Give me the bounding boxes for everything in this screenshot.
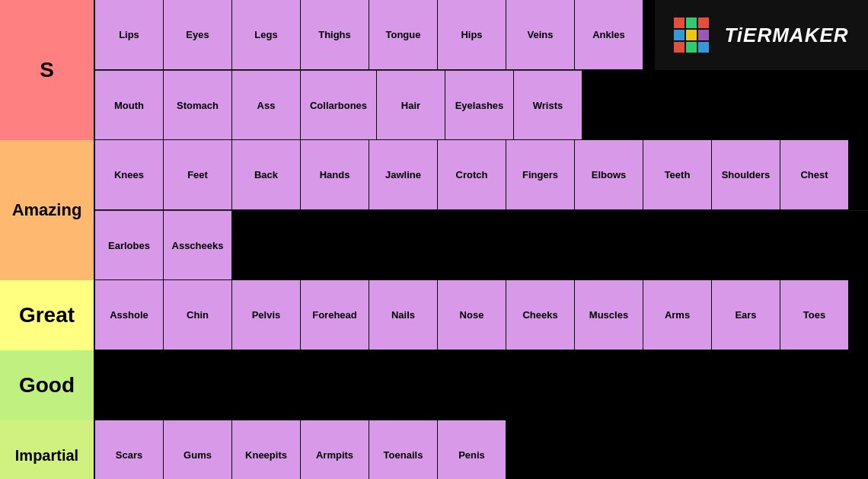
- cell-ankles: Ankles: [575, 0, 643, 70]
- cell-crotch: Crotch: [438, 140, 506, 210]
- logo-pixel-4: [674, 30, 685, 40]
- cell-asshole: Asshole: [95, 280, 164, 350]
- tier-label-great: Great: [0, 280, 95, 350]
- cell-feet: Feet: [164, 140, 232, 210]
- cell-ass: Ass: [232, 70, 301, 140]
- cell-fingers: Fingers: [506, 140, 575, 210]
- tier-label-amazing: Amazing: [0, 140, 95, 280]
- cell-hips: Hips: [438, 0, 506, 70]
- cell-nails: Nails: [369, 280, 438, 350]
- amazing-row2-fill: [232, 210, 868, 280]
- cell-collarbones: Collarbones: [301, 70, 377, 140]
- cell-penis: Penis: [438, 420, 506, 479]
- cell-mouth: Mouth: [95, 70, 164, 140]
- logo-pixel-6: [698, 30, 709, 40]
- cell-gums: Gums: [164, 420, 232, 479]
- tier-amazing-items: Knees Feet Back Hands Jawline Crotch Fin…: [95, 140, 868, 279]
- cell-veins: Veins: [506, 0, 575, 70]
- logo-pixel-3: [698, 18, 709, 28]
- logo-grid: [674, 18, 709, 53]
- logo-pixel-2: [686, 18, 697, 28]
- cell-eyelashes: Eyelashes: [445, 70, 514, 140]
- logo-pixel-7: [674, 42, 685, 53]
- cell-tongue: Tongue: [369, 0, 438, 70]
- cell-lips: Lips: [95, 0, 164, 70]
- cell-knees: Knees: [95, 140, 164, 210]
- cell-chin: Chin: [164, 280, 232, 350]
- cell-muscles: Muscles: [575, 280, 643, 350]
- cell-armpits: Armpits: [301, 420, 369, 479]
- cell-teeth: Teeth: [643, 140, 712, 210]
- tier-great-items: Asshole Chin Pelvis Forehead Nails Nose …: [95, 280, 868, 349]
- cell-nose: Nose: [438, 280, 506, 350]
- cell-chest: Chest: [780, 140, 849, 210]
- cell-legs: Legs: [232, 0, 301, 70]
- impartial-fill: [506, 420, 868, 479]
- cell-scars: Scars: [95, 420, 164, 479]
- cell-toes: Toes: [780, 280, 849, 350]
- cell-thighs: Thighs: [301, 0, 369, 70]
- cell-hands: Hands: [301, 140, 369, 210]
- cell-kneepits: Kneepits: [232, 420, 301, 479]
- tier-label-good: Good: [0, 350, 95, 420]
- cell-forehead: Forehead: [301, 280, 369, 350]
- cell-asscheeks: Asscheeks: [164, 210, 232, 280]
- good-empty: [95, 350, 868, 420]
- cell-shoulders: Shoulders: [712, 140, 780, 210]
- logo-pixel-9: [698, 42, 709, 53]
- tier-label-s: S: [0, 0, 95, 140]
- cell-cheeks: Cheeks: [506, 280, 575, 350]
- logo-text: TiERMAKER: [724, 24, 848, 47]
- cell-earlobes: Earlobes: [95, 210, 164, 280]
- cell-ears: Ears: [712, 280, 780, 350]
- logo-pixel-8: [686, 42, 697, 53]
- cell-pelvis: Pelvis: [232, 280, 301, 350]
- tier-label-impartial: Impartial: [0, 420, 95, 479]
- cell-wrists: Wrists: [514, 70, 582, 140]
- tier-impartial-items: Scars Gums Kneepits Armpits Toenails Pen…: [95, 420, 868, 479]
- logo-pixel-1: [674, 18, 685, 28]
- cell-eyes: Eyes: [164, 0, 232, 70]
- cell-hair: Hair: [377, 70, 445, 140]
- logo-container: TiERMAKER: [655, 0, 868, 70]
- cell-back: Back: [232, 140, 301, 210]
- cell-jawline: Jawline: [369, 140, 438, 210]
- cell-stomach: Stomach: [164, 70, 232, 140]
- cell-toenails: Toenails: [369, 420, 438, 479]
- cell-arms: Arms: [643, 280, 712, 350]
- cell-elbows: Elbows: [575, 140, 643, 210]
- logo-pixel-5: [686, 30, 697, 40]
